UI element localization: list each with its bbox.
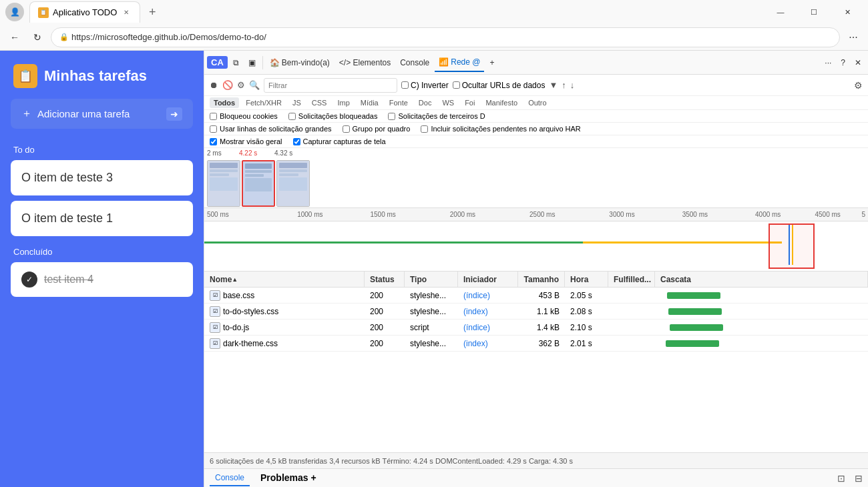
td-initiator-1[interactable]: (índice) — [458, 288, 518, 303]
td-initiator-2[interactable]: (index) — [458, 304, 518, 319]
filter-icon[interactable]: ⚙ — [237, 80, 245, 90]
filter-media[interactable]: Mídia — [357, 97, 383, 108]
table-row-3[interactable]: ☑ to-do.js 200 script (índice) 1.4 kB 2.… — [204, 320, 868, 336]
td-size-3: 1.4 kB — [518, 320, 565, 335]
close-devtools-button[interactable]: ✕ — [851, 53, 865, 72]
th-initiator[interactable]: Iniciador — [458, 272, 518, 287]
filter-wasm[interactable]: Foi — [461, 97, 479, 108]
network-tab[interactable]: 📶 Rede @ — [435, 53, 484, 72]
filter-types-bar: Todos Fetch/XHR JS CSS Imp Mídia Fonte D… — [204, 96, 868, 110]
th-fulfilled[interactable]: Fulfilled... — [608, 272, 655, 287]
filter-ws[interactable]: WS — [438, 97, 458, 108]
filter-img[interactable]: Imp — [333, 97, 353, 108]
filter-font[interactable]: Fonte — [385, 97, 412, 108]
filter-fetch[interactable]: Fetch/XHR — [242, 97, 286, 108]
filter-css[interactable]: CSS — [308, 97, 331, 108]
more-devtools-button[interactable]: ··· — [821, 53, 835, 72]
include-har-checkbox[interactable]: Incluir solicitações pendentes no arquiv… — [421, 125, 580, 133]
new-tab-button[interactable]: + — [143, 3, 162, 21]
td-status-2: 200 — [365, 304, 405, 319]
hide-urls-checkbox[interactable]: Ocultar URLs de dados — [453, 81, 546, 90]
options-row-1: Bloqueou cookies Solicitações bloqueadas… — [204, 110, 868, 123]
ruler-3500: 3500 ms — [682, 211, 708, 218]
table-row-1[interactable]: ☑ base.css 200 styleshe... (índice) 453 … — [204, 288, 868, 304]
th-size[interactable]: Tamanho — [518, 272, 565, 287]
th-time[interactable]: Hora — [565, 272, 608, 287]
td-initiator-4[interactable]: (index) — [458, 336, 518, 351]
screenshot-thumb-3[interactable] — [276, 160, 310, 207]
record-icon[interactable]: ⏺ — [210, 80, 218, 90]
invert-checkbox[interactable]: C) Inverter — [401, 81, 449, 90]
timeline-label-1: 2 ms — [207, 149, 222, 157]
search-icon[interactable]: 🔍 — [249, 80, 260, 90]
arrow-icon: ➜ — [166, 107, 182, 121]
third-party-checkbox[interactable]: Solicitações de terceiros D — [388, 112, 485, 120]
undock-icon[interactable]: ⊡ — [837, 473, 845, 484]
th-type[interactable]: Tipo — [405, 272, 458, 287]
file-icon-1: ☑ — [210, 290, 220, 301]
filter-other[interactable]: Outro — [524, 97, 551, 108]
screenshot-thumb-2[interactable] — [242, 160, 275, 207]
th-cascade[interactable]: Cascata — [655, 272, 868, 287]
dock-button[interactable]: ▣ — [244, 53, 260, 72]
filter-manifest[interactable]: Manifesto — [481, 97, 521, 108]
console-bottom-tab[interactable]: Console — [210, 470, 250, 486]
home-tab[interactable]: 🏠 Bem-vindo(a) — [266, 53, 334, 72]
ruler-4500: 4500 ms — [815, 211, 840, 218]
overview-checkbox[interactable]: Mostrar visão geral — [210, 137, 282, 145]
td-status-3: 200 — [365, 320, 405, 335]
console-tab[interactable]: Console — [396, 53, 433, 72]
table-row-2[interactable]: ☑ to-do-styles.css 200 styleshe... (inde… — [204, 304, 868, 320]
completed-task-1[interactable]: ✓ test item 4 — [11, 262, 193, 297]
add-task-button[interactable]: ＋ Adicionar uma tarefa ➜ — [11, 99, 193, 129]
th-status[interactable]: Status — [365, 272, 405, 287]
active-tab[interactable]: 📋 Aplicativo TODO ✕ — [29, 1, 140, 23]
table-header: Nome ▲ Status Tipo Iniciador Tamanho Hor… — [204, 272, 868, 288]
dropdown-arrow[interactable]: ▼ — [549, 80, 558, 90]
todo-app-icon: 📋 — [13, 64, 37, 88]
reload-button[interactable]: ↻ — [28, 28, 47, 47]
clear-icon[interactable]: 🚫 — [222, 80, 233, 90]
more-tabs-button[interactable]: + — [485, 53, 498, 72]
maximize-button[interactable]: ☐ — [799, 1, 829, 23]
upload-icon[interactable]: ↑ — [562, 80, 566, 90]
address-bar: ← ↻ 🔒 https://microsoftedge.github.io/De… — [0, 24, 868, 51]
copy-icon-button[interactable]: ⧉ — [229, 53, 243, 72]
dock-bottom-icon[interactable]: ⊟ — [855, 473, 863, 484]
address-text[interactable]: https://microsoftedge.github.io/Demos/de… — [71, 32, 266, 42]
title-bar: 👤 📋 Aplicativo TODO ✕ + — ☐ ✕ — [0, 0, 868, 24]
capture-screenshots-checkbox[interactable]: Capturar capturas de tela — [293, 137, 386, 145]
network-activity-line — [204, 241, 583, 244]
tab-close-button[interactable]: ✕ — [121, 7, 132, 18]
blocked-requests-checkbox[interactable]: Solicitações bloqueadas — [288, 112, 378, 120]
large-rows-checkbox[interactable]: Usar linhas de solicitação grandes — [210, 125, 332, 133]
filter-doc[interactable]: Doc — [415, 97, 436, 108]
close-button[interactable]: ✕ — [832, 1, 863, 23]
more-button[interactable]: ··· — [844, 28, 863, 47]
group-by-frame-checkbox[interactable]: Grupo por quadro — [343, 125, 411, 133]
devtools-panel: CA ⧉ ▣ 🏠 Bem-vindo(a) </> Elementos Cons… — [204, 51, 868, 487]
todo-title: Minhas tarefas — [44, 67, 147, 85]
back-button[interactable]: ← — [5, 28, 24, 47]
filter-input[interactable] — [264, 78, 397, 93]
filter-all[interactable]: Todos — [210, 97, 239, 108]
elements-tab[interactable]: </> Elementos — [335, 53, 395, 72]
td-cascade-2 — [655, 304, 868, 319]
screenshot-thumb-1[interactable] — [207, 160, 240, 207]
task-item-2[interactable]: O item de teste 1 — [11, 201, 193, 236]
help-button[interactable]: ? — [837, 53, 849, 72]
gear-icon[interactable]: ⚙ — [854, 80, 863, 91]
td-cascade-1 — [655, 288, 868, 303]
filter-js[interactable]: JS — [288, 97, 305, 108]
td-type-2: styleshe... — [405, 304, 458, 319]
minimize-button[interactable]: — — [765, 1, 796, 23]
task-item-1[interactable]: O item de teste 3 — [11, 160, 193, 195]
td-initiator-3[interactable]: (índice) — [458, 320, 518, 335]
download-icon[interactable]: ↓ — [570, 80, 575, 90]
timeline-selection-box[interactable] — [769, 223, 815, 269]
table-row-4[interactable]: ☑ dark-theme.css 200 styleshe... (index)… — [204, 336, 868, 352]
th-name[interactable]: Nome ▲ — [204, 272, 365, 287]
block-cookies-checkbox[interactable]: Bloqueou cookies — [210, 112, 278, 120]
problems-bottom-tab[interactable]: Problemas + — [255, 470, 322, 487]
td-fulfilled-2 — [608, 304, 655, 319]
